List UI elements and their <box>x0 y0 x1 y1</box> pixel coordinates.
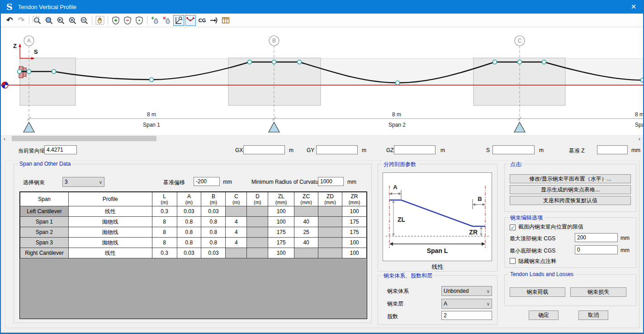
row-header[interactable]: Right Cantilever <box>20 248 69 258</box>
limit-checkbox-row[interactable]: ✓截面内钢束竖向位置的限值 <box>510 223 583 231</box>
profile-canvas[interactable]: 8 m 8 m 8 m Span 1 Span 2 Span 3 Z S <box>1 27 643 135</box>
cell[interactable]: 175 <box>268 238 294 248</box>
cell-profile[interactable]: 抛物线 <box>68 227 152 238</box>
cell-profile[interactable]: 线性 <box>68 248 152 258</box>
tendon-node[interactable] <box>248 60 252 64</box>
scroll-left-button[interactable]: ‹ <box>1 135 8 142</box>
hide-notes-checkbox[interactable] <box>510 258 516 264</box>
cell[interactable]: 100 <box>268 248 294 258</box>
pan-button[interactable] <box>95 15 105 26</box>
gx-input[interactable] <box>243 145 285 154</box>
modify-layout-button[interactable]: 修改/显示钢束平面布置（水平）... <box>510 174 631 183</box>
cell[interactable]: 0.3 <box>152 206 177 217</box>
tendon-node[interactable] <box>641 78 644 82</box>
scroll-right-button[interactable]: › <box>636 135 643 142</box>
ok-button[interactable]: 确定 <box>529 310 559 320</box>
cell[interactable]: 4 <box>226 217 247 227</box>
tendon-node[interactable] <box>542 60 546 64</box>
datum-z-input[interactable] <box>597 145 628 154</box>
min-radius-input[interactable] <box>318 177 344 186</box>
cell[interactable]: 0.03 <box>201 206 226 217</box>
row-header[interactable]: Span 3 <box>20 238 69 248</box>
zoom-window-button[interactable] <box>32 15 43 26</box>
restore-defaults-button[interactable]: 支座和跨度恢复默认值 <box>510 196 631 205</box>
cell[interactable]: 25 <box>294 227 318 238</box>
cell-profile[interactable]: 抛物线 <box>68 217 152 227</box>
cell[interactable]: 40 <box>294 217 318 227</box>
gy-input[interactable] <box>316 145 358 154</box>
cell[interactable]: 4 <box>226 238 247 248</box>
undo-button[interactable]: ↶ <box>4 15 15 26</box>
row-header[interactable]: Span 1 <box>20 217 69 227</box>
tendon-node[interactable] <box>272 60 276 64</box>
cell[interactable]: 4 <box>226 227 247 238</box>
horizontal-scrollbar[interactable]: ‹ › <box>1 135 643 142</box>
titlebar[interactable]: S Tendon Vertical Profile ✕ <box>0 0 644 14</box>
cell[interactable]: 0.8 <box>177 238 201 248</box>
tendon-node[interactable] <box>518 60 522 64</box>
tendon-node[interactable] <box>150 78 154 82</box>
zoom-objects-button[interactable] <box>43 15 54 26</box>
vertical-scale-input[interactable] <box>44 145 77 154</box>
jump-to-button[interactable] <box>208 15 219 26</box>
cell[interactable]: 0.8 <box>201 227 226 238</box>
strands-input[interactable] <box>441 311 492 320</box>
span-table[interactable]: Span Profile L(m) A(m) B(m) C(m) D(m) ZL… <box>19 191 367 319</box>
cell[interactable]: 8 <box>152 217 177 227</box>
tendon-node[interactable] <box>18 70 22 74</box>
cell-profile[interactable]: 抛物线 <box>68 238 152 248</box>
tendon-losses-button[interactable]: 钢束损失 <box>570 287 626 297</box>
table-view-button[interactable] <box>220 15 231 26</box>
row-header[interactable]: Span 2 <box>20 227 69 238</box>
datum-offset-input[interactable] <box>194 177 220 186</box>
tendon-layer-combo[interactable]: A ∨ <box>441 299 492 309</box>
add-point-button[interactable] <box>150 15 161 26</box>
show-points-table-button[interactable]: 显示生成的钢束点表格... <box>510 185 631 194</box>
cell-profile[interactable]: 线性 <box>68 206 152 217</box>
scrollbar-thumb[interactable] <box>12 136 156 141</box>
row-header[interactable]: Left Cantilever <box>20 206 69 217</box>
tendon-node[interactable] <box>396 81 400 85</box>
cancel-button[interactable]: 取消 <box>578 310 608 320</box>
zoom-out-button[interactable] <box>79 15 90 26</box>
cell[interactable]: 100 <box>342 238 366 248</box>
show-guard-button[interactable] <box>134 15 145 26</box>
cell[interactable]: 175 <box>342 217 366 227</box>
profile-view-button[interactable] <box>173 15 184 26</box>
cell[interactable]: 0.8 <box>177 217 201 227</box>
max-top-cgs-input[interactable] <box>575 233 618 242</box>
redo-button[interactable]: ↷ <box>16 15 27 26</box>
tendon-loads-button[interactable]: 钢束荷载 <box>510 287 565 297</box>
add-guard-button[interactable] <box>110 15 121 26</box>
cell[interactable]: 0.03 <box>177 248 201 258</box>
limit-checkbox[interactable]: ✓ <box>510 224 516 230</box>
cell[interactable]: 100 <box>268 206 294 217</box>
zoom-previous-button[interactable] <box>55 15 66 26</box>
cell[interactable]: 40 <box>294 238 318 248</box>
delete-point-button[interactable] <box>161 15 172 26</box>
tendon-node[interactable] <box>27 70 31 74</box>
gz-input[interactable] <box>394 145 436 154</box>
cell[interactable]: 100 <box>342 248 366 258</box>
remove-guard-button[interactable] <box>122 15 133 26</box>
tendon-system-combo[interactable]: Unbonded ∨ <box>441 286 492 296</box>
cell[interactable]: 100 <box>342 206 366 217</box>
cell[interactable]: 8 <box>152 227 177 238</box>
cell[interactable]: 0.03 <box>177 206 201 217</box>
s-input[interactable] <box>492 145 535 154</box>
tendon-node[interactable] <box>298 60 302 64</box>
cell[interactable]: 0.03 <box>201 248 226 258</box>
cell[interactable]: 0.8 <box>177 227 201 238</box>
cell[interactable]: 175 <box>268 227 294 238</box>
close-button[interactable]: ✕ <box>623 0 644 14</box>
cell[interactable]: 0.3 <box>152 248 177 258</box>
hide-notes-checkbox-row[interactable]: 隐藏钢束点注释 <box>510 258 556 265</box>
cell[interactable]: 0.8 <box>201 217 226 227</box>
tendon-node[interactable] <box>52 70 56 74</box>
cell[interactable]: 100 <box>268 217 294 227</box>
min-bottom-cgs-input[interactable] <box>575 245 618 254</box>
cell[interactable]: 0.8 <box>201 238 226 248</box>
cg-button[interactable]: CG <box>197 15 208 26</box>
tendon-node[interactable] <box>493 60 497 64</box>
tendon-points-button[interactable] <box>185 15 196 26</box>
